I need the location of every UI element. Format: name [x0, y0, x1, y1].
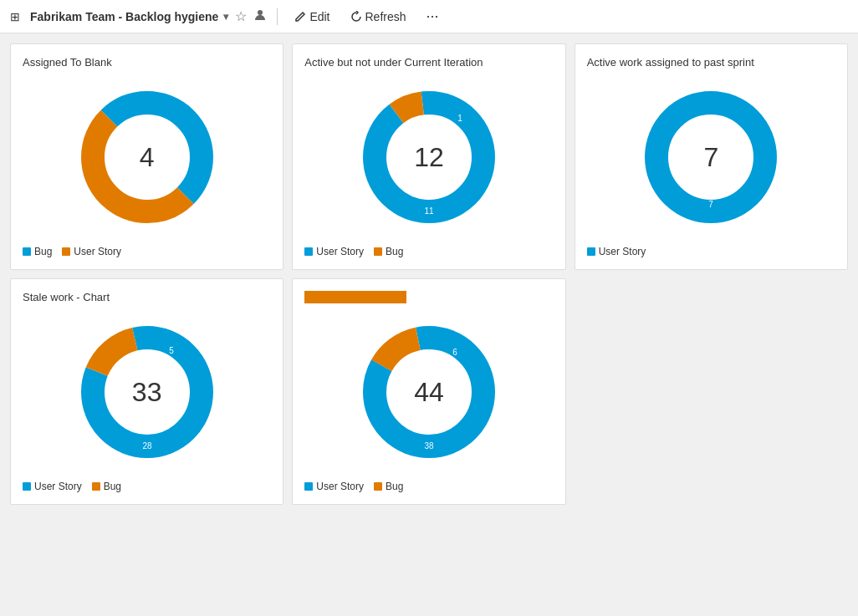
legend-item-user-story: User Story — [62, 246, 121, 257]
card-title: Ill defined work items — [304, 291, 406, 303]
legend: Bug User Story — [23, 246, 121, 257]
empty-cell — [575, 278, 848, 505]
refresh-label: Refresh — [365, 10, 406, 23]
refresh-button[interactable]: Refresh — [344, 7, 413, 27]
legend-label-bug: Bug — [386, 246, 403, 257]
donut-chart-area: 28 5 33 — [23, 317, 271, 467]
card-active-not-current: Active but not under Current Iteration 1… — [292, 43, 565, 270]
svg-point-23 — [387, 350, 471, 434]
svg-point-13 — [669, 115, 753, 199]
legend-item-bug: Bug — [374, 481, 403, 492]
favorite-icon[interactable]: ☆ — [235, 8, 247, 24]
svg-text:38: 38 — [424, 441, 434, 451]
card-title: Stale work - Chart — [23, 291, 110, 303]
svg-text:7: 7 — [709, 200, 714, 209]
legend-item-user-story: User Story — [587, 246, 646, 257]
donut-chart-area: 2 2 4 — [23, 82, 271, 232]
legend-label-user-story: User Story — [74, 246, 121, 257]
grid-icon: ⊞ — [10, 10, 23, 23]
more-options-button[interactable]: ··· — [420, 4, 446, 28]
donut-chart-area: 11 1 12 — [304, 82, 553, 232]
legend-item-user-story: User Story — [304, 246, 364, 257]
donut-chart: 7 7 — [636, 82, 786, 232]
user-story-color-swatch — [304, 247, 313, 256]
card-stale-work: Stale work - Chart 28 5 33 User Story — [10, 278, 283, 505]
legend-label-user-story: User Story — [316, 246, 364, 257]
legend: User Story Bug — [304, 246, 403, 257]
edit-label: Edit — [309, 10, 329, 23]
bug-color-swatch — [92, 482, 100, 491]
card-title: Active but not under Current Iteration — [304, 56, 483, 69]
card-ill-defined: Ill defined work items 38 6 44 User Stor… — [292, 278, 565, 505]
svg-point-10 — [387, 115, 471, 199]
edit-button[interactable]: Edit — [288, 7, 336, 27]
svg-point-0 — [258, 10, 263, 15]
bug-color-swatch — [374, 247, 382, 256]
svg-text:11: 11 — [424, 206, 434, 216]
user-story-color-swatch — [587, 247, 595, 256]
donut-chart: 11 1 12 — [354, 82, 504, 232]
bug-color-swatch — [23, 247, 31, 256]
user-story-color-swatch — [23, 482, 31, 491]
svg-text:6: 6 — [452, 348, 457, 357]
legend: User Story Bug — [23, 481, 121, 492]
legend-label-user-story: User Story — [599, 246, 646, 257]
legend-label-user-story: User Story — [34, 481, 82, 492]
person-icon[interactable] — [253, 8, 267, 25]
legend-label-user-story: User Story — [316, 481, 364, 492]
donut-chart: 2 2 4 — [72, 82, 222, 232]
legend-item-user-story: User Story — [23, 481, 82, 492]
legend: User Story — [587, 246, 646, 257]
legend-label-bug: Bug — [104, 481, 121, 492]
svg-text:5: 5 — [169, 346, 174, 355]
legend-item-bug: Bug — [92, 481, 121, 492]
user-story-color-swatch — [62, 247, 70, 256]
dashboard: Assigned To Blank 2 2 4 Bug — [0, 33, 858, 515]
divider — [277, 8, 278, 25]
user-story-color-swatch — [304, 482, 313, 491]
svg-point-5 — [105, 115, 189, 199]
title-text: Fabrikam Team - Backlog hygiene — [30, 10, 218, 23]
legend-item-user-story: User Story — [304, 481, 364, 492]
card-title: Assigned To Blank — [23, 56, 112, 69]
bug-color-swatch — [374, 482, 382, 491]
donut-chart: 28 5 33 — [72, 317, 222, 467]
svg-text:1: 1 — [457, 114, 462, 123]
page-title: Fabrikam Team - Backlog hygiene ▾ — [30, 10, 228, 23]
svg-point-18 — [105, 350, 189, 434]
chevron-down-icon[interactable]: ▾ — [223, 11, 228, 23]
legend-label-bug: Bug — [386, 481, 403, 492]
donut-chart-area: 7 7 — [587, 82, 835, 232]
legend-label-bug: Bug — [34, 246, 52, 257]
card-title: Active work assigned to past sprint — [587, 56, 754, 69]
svg-text:28: 28 — [142, 441, 152, 451]
donut-chart-area: 38 6 44 — [304, 317, 553, 467]
legend: User Story Bug — [304, 481, 403, 492]
legend-item-bug: Bug — [23, 246, 52, 257]
legend-item-bug: Bug — [374, 246, 403, 257]
card-assigned-to-blank: Assigned To Blank 2 2 4 Bug — [10, 43, 283, 270]
topbar: ⊞ Fabrikam Team - Backlog hygiene ▾ ☆ Ed… — [0, 0, 858, 33]
donut-chart: 38 6 44 — [354, 317, 504, 467]
card-active-past-sprint: Active work assigned to past sprint 7 7 … — [575, 43, 848, 270]
